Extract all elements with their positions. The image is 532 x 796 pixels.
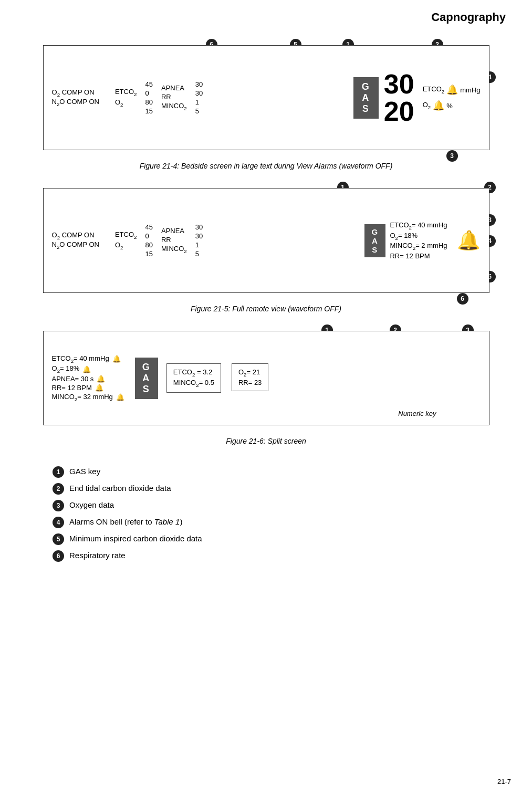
- fig4-etco2-info: ETCO2 🔔 mmHg O2 🔔 %: [423, 84, 481, 111]
- fig6-minco2: MINCO2= 32 mmHg: [52, 393, 113, 402]
- fig6-left-data: ETCO2= 40 mmHg 🔔 O2= 18% 🔔 APNEA= 30 s 🔔…: [52, 354, 124, 402]
- fig4-col-nums1: 45 0 80 15: [145, 80, 153, 115]
- fig6-rr: RR= 12 BPM: [52, 384, 92, 392]
- fig5-bell: 🔔: [457, 229, 481, 252]
- fig4-bell1: 🔔: [446, 84, 458, 96]
- fig5-gas-box: GAS: [364, 224, 385, 257]
- fig4-etco2-label: ETCO2: [115, 88, 137, 97]
- fig6-etco2: ETCO2= 40 mmHg: [52, 354, 109, 364]
- fig4-etco2-row2: O2 🔔 %: [423, 100, 481, 111]
- fig6-data-left: ETCO2 = 3.2 MINCO2= 0.5: [166, 363, 221, 392]
- legend-item-5: 5 Minimum inspired carbon dioxide data: [53, 533, 511, 545]
- badge-6-fig5: 6: [457, 293, 468, 305]
- legend-item-1: 1 GAS key: [53, 466, 511, 478]
- legend-badge-1: 1: [53, 466, 64, 478]
- legend-badge-3: 3: [53, 500, 64, 511]
- fig6-apnea: APNEA= 30 s: [52, 375, 94, 383]
- fig6-etco2-row: ETCO2= 40 mmHg 🔔: [52, 354, 124, 364]
- fig5-left-labels: O2 COMP ON N2O COMP ON: [52, 231, 99, 249]
- fig6-bell2: 🔔: [82, 365, 91, 373]
- fig6-bell3: 🔔: [97, 375, 105, 383]
- fig4-etco2-text: ETCO2: [423, 85, 445, 95]
- fig6-minco2-val: MINCO2= 0.5: [173, 379, 214, 388]
- legend-section: 1 GAS key 2 End tidal carbon dioxide dat…: [21, 466, 511, 562]
- legend-badge-2: 2: [53, 483, 64, 495]
- legend-item-2: 2 End tidal carbon dioxide data: [53, 483, 511, 495]
- legend-badge-5: 5: [53, 533, 64, 545]
- fig5-num-45: 45: [145, 223, 153, 231]
- fig5-minco2: MINCO2: [161, 245, 187, 254]
- fig4-o2-label: O2: [115, 98, 123, 108]
- fig4-num-45: 45: [145, 80, 153, 88]
- fig4-num-1: 1: [195, 98, 199, 106]
- fig5-data-rr: RR= 12 BPM: [390, 252, 447, 260]
- fig4-big-numbers: 30 20: [384, 70, 414, 125]
- figure-4: O2 COMP ON N2O COMP ON ETCO2 O2 45 0 80 …: [43, 45, 489, 150]
- fig4-middle: ETCO2 O2 45 0 80 15 APNEA RR MINCO2: [115, 80, 353, 115]
- legend-text-2: End tidal carbon dioxide data: [69, 484, 171, 493]
- fig4-num-0: 0: [145, 89, 149, 97]
- fig5-etco2-label: ETCO2: [115, 231, 137, 240]
- fig4-n2o-comp: N2O COMP ON: [52, 98, 99, 107]
- fig5-num-5: 5: [195, 250, 199, 258]
- fig4-col-labels: ETCO2 O2: [115, 88, 137, 107]
- fig6-data-right: O2= 21 RR= 23: [232, 363, 268, 391]
- fig5-data-etco2: ETCO2= 40 mmHg: [390, 221, 447, 231]
- fig4-mmhg: mmHg: [460, 86, 480, 94]
- fig6-rr-val: RR= 23: [238, 379, 262, 386]
- legend-text-4: Alarms ON bell (refer to Table 1): [69, 517, 182, 526]
- fig5-caption: Figure 21-5: Full remote view (waveform …: [191, 305, 341, 313]
- fig5-num-15: 15: [145, 250, 153, 258]
- fig5-data-o2: O2= 18%: [390, 232, 447, 241]
- legend-badge-6: 6: [53, 550, 64, 562]
- fig6-gas-box: GAS: [135, 358, 158, 399]
- fig4-num-80: 80: [145, 98, 153, 106]
- legend-item-6: 6 Respiratory rate: [53, 550, 511, 562]
- fig4-col-param: APNEA RR MINCO2: [161, 84, 187, 111]
- fig6-numeric-key: Numeric key: [398, 410, 436, 417]
- fig4-o2-right: O2: [423, 101, 431, 110]
- fig5-num-80: 80: [145, 241, 153, 249]
- fig4-apnea: APNEA: [161, 84, 184, 92]
- legend-text-1: GAS key: [69, 467, 100, 476]
- fig6-minco2-row: MINCO2= 32 mmHg 🔔: [52, 393, 124, 402]
- legend-text-6: Respiratory rate: [69, 551, 126, 560]
- fig6-bell5: 🔔: [116, 393, 124, 401]
- fig5-right-data: ETCO2= 40 mmHg O2= 18% MINCO2= 2 mmHg RR…: [390, 221, 447, 260]
- fig4-big-30: 30: [384, 70, 414, 98]
- fig6-o2-val: O2= 21: [238, 368, 262, 378]
- fig5-col-labels: ETCO2 O2: [115, 231, 137, 250]
- fig5-middle: ETCO2 O2 45 0 80 15 APNEA RR MINCO2: [115, 223, 364, 258]
- legend-text-5: Minimum inspired carbon dioxide data: [69, 534, 202, 543]
- fig4-num-5: 5: [195, 107, 199, 115]
- fig4-caption: Figure 21-4: Bedside screen in large tex…: [140, 162, 393, 170]
- fig5-col-param: APNEA RR MINCO2: [161, 227, 187, 254]
- fig6-apnea-row: APNEA= 30 s 🔔: [52, 375, 124, 383]
- figure-6: ETCO2= 40 mmHg 🔔 O2= 18% 🔔 APNEA= 30 s 🔔…: [43, 331, 489, 425]
- fig6-right-data: ETCO2 = 3.2 MINCO2= 0.5 O2= 21 RR= 23: [166, 363, 481, 392]
- fig5-rr: RR: [161, 236, 171, 244]
- fig5-num-30b: 30: [195, 232, 203, 240]
- fig4-o2-comp: O2 COMP ON: [52, 88, 99, 98]
- fig4-bell2: 🔔: [433, 100, 444, 111]
- fig5-o2-comp: O2 COMP ON: [52, 231, 99, 240]
- fig4-right-block: GAS 30 20 ETCO2 🔔 mmHg O2 🔔: [353, 70, 481, 125]
- fig4-minco2: MINCO2: [161, 102, 187, 111]
- fig4-pct: %: [446, 102, 453, 110]
- fig6-o2-row: O2= 18% 🔔: [52, 364, 124, 374]
- fig4-rr: RR: [161, 93, 171, 101]
- fig4-etco2-row1: ETCO2 🔔 mmHg: [423, 84, 481, 96]
- page-number: 21-7: [497, 778, 511, 785]
- fig5-num-1: 1: [195, 241, 199, 249]
- fig5-data-minco2: MINCO2= 2 mmHg: [390, 242, 447, 251]
- fig4-gas-box: GAS: [353, 77, 379, 119]
- fig6-o2: O2= 18%: [52, 364, 80, 374]
- fig4-left-labels: O2 COMP ON N2O COMP ON: [52, 88, 99, 107]
- fig6-etco2-val: ETCO2 = 3.2: [173, 368, 214, 378]
- fig5-num-30a: 30: [195, 223, 203, 231]
- legend-text-3: Oxygen data: [69, 500, 114, 509]
- badge-3-fig4: 3: [446, 150, 458, 162]
- fig4-col-nums2: 30 30 1 5: [195, 80, 203, 115]
- fig6-rr-row: RR= 12 BPM 🔔: [52, 384, 124, 392]
- fig5-n2o-comp: N2O COMP ON: [52, 240, 99, 250]
